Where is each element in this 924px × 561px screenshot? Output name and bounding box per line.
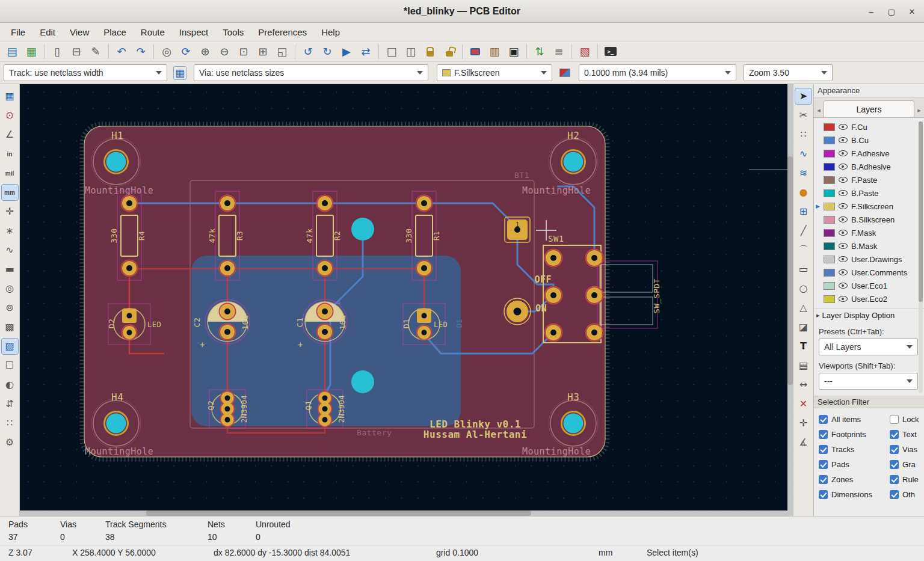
via-size-select[interactable]: Via: use netclass sizes	[194, 64, 428, 81]
zoom-fit-button[interactable]: ⊡	[235, 43, 253, 60]
checkbox-icon[interactable]	[819, 460, 828, 469]
canvas-vertical-scrollbar[interactable]	[787, 84, 793, 510]
units-mils-button[interactable]: mil	[2, 165, 18, 181]
panel-scrollbar[interactable]	[919, 121, 923, 393]
layer-row-fmask[interactable]: F.Mask	[814, 226, 924, 239]
rotate-ccw-button[interactable]: ↺	[299, 43, 317, 60]
layer-row-bmask[interactable]: B.Mask	[814, 239, 924, 253]
layer-color-swatch[interactable]	[824, 123, 835, 131]
add-via-button[interactable]: ●	[795, 185, 812, 200]
grid-dots-button[interactable]: ∷	[2, 415, 18, 431]
ungroup-button[interactable]: ◫	[402, 43, 420, 60]
layer-color-swatch[interactable]	[824, 282, 835, 290]
active-layer-select[interactable]: F.Silkscreen	[437, 64, 552, 81]
layer-color-swatch[interactable]	[824, 189, 835, 197]
layer-display-options-expander[interactable]: Layer Display Option	[814, 308, 924, 322]
tab-scroll-right-icon[interactable]: ▸	[914, 103, 924, 117]
footprint-browser-button[interactable]: ▥	[485, 43, 504, 60]
pcb-canvas[interactable]: BT1 BT1 Battery	[20, 84, 793, 516]
add-dimension-button[interactable]: ↔	[795, 377, 812, 393]
menu-tools[interactable]: Tools	[215, 25, 251, 40]
canvas-horizontal-scrollbar[interactable]	[20, 510, 793, 516]
filter-all-items[interactable]: All items	[819, 412, 890, 427]
draw-rect-button[interactable]: ▭	[795, 262, 812, 277]
plot-button[interactable]: ✎	[87, 43, 105, 60]
filter-pads[interactable]: Pads	[819, 457, 890, 472]
zoom-selection-button[interactable]: ◱	[273, 43, 291, 60]
menu-view[interactable]: View	[63, 25, 96, 40]
checkbox-icon[interactable]	[819, 430, 828, 439]
set-origin-button[interactable]: ✛	[795, 415, 812, 431]
visibility-eye-icon[interactable]	[839, 124, 848, 130]
scrollbar-thumb[interactable]	[146, 510, 531, 516]
visibility-eye-icon[interactable]	[839, 177, 848, 183]
update-pcb-button[interactable]: ⇅	[531, 43, 549, 60]
board-setup-button[interactable]: ▦	[22, 43, 40, 60]
checkbox-icon[interactable]	[819, 415, 828, 424]
layer-row-fcu[interactable]: F.Cu	[814, 120, 924, 133]
measure-tool-button[interactable]: ∡	[795, 435, 812, 450]
visibility-eye-icon[interactable]	[839, 243, 848, 249]
viewports-select[interactable]: ---	[819, 373, 918, 390]
visibility-eye-icon[interactable]	[839, 256, 848, 262]
redo-button[interactable]: ↷	[132, 43, 150, 60]
track-width-select[interactable]: Track: use netclass width	[4, 64, 167, 81]
checkbox-icon[interactable]	[890, 460, 899, 469]
filter-footprints[interactable]: Footprints	[819, 427, 890, 442]
layer-row-userdrawings[interactable]: User.Drawings	[814, 253, 924, 266]
layer-color-swatch[interactable]	[824, 269, 835, 277]
curved-ratsnest-button[interactable]: ∿	[2, 242, 18, 258]
refresh-button[interactable]: ⟳	[177, 43, 195, 60]
visibility-eye-icon[interactable]	[839, 216, 848, 222]
rotate-cw-button[interactable]: ↻	[318, 43, 336, 60]
3d-viewer-button[interactable]: ▣	[505, 43, 523, 60]
layer-color-swatch[interactable]	[824, 242, 835, 250]
checkbox-icon[interactable]	[819, 475, 828, 484]
checkbox-icon[interactable]	[890, 445, 899, 454]
tab-layers[interactable]: Layers	[824, 100, 914, 117]
layer-row-fpaste[interactable]: F.Paste	[814, 173, 924, 186]
route-diff-pairs-button[interactable]: ≋	[795, 165, 812, 181]
minimize-button[interactable]: –	[864, 4, 878, 19]
group-button[interactable]: □	[383, 43, 401, 60]
zoom-in-button[interactable]: ⊕	[196, 43, 214, 60]
layer-color-swatch[interactable]	[824, 229, 835, 237]
layer-color-swatch[interactable]	[824, 176, 835, 184]
presets-select[interactable]: All Layers	[819, 339, 918, 355]
auto-track-width-button[interactable]: ▦	[171, 64, 189, 81]
unlock-button[interactable]	[440, 43, 458, 60]
draw-line-button[interactable]: ╱	[795, 223, 812, 239]
units-inches-button[interactable]: in	[2, 146, 18, 162]
scripting-console-button[interactable]: >_	[602, 43, 620, 60]
checkbox-icon[interactable]	[890, 475, 899, 484]
ratsnest-visibility-button[interactable]: ∗	[2, 223, 18, 239]
zoom-objects-button[interactable]: ⊞	[254, 43, 272, 60]
layer-row-fsilkscreen[interactable]: F.Silkscreen	[814, 200, 924, 213]
close-button[interactable]: ✕	[905, 4, 919, 19]
layer-row-badhesive[interactable]: B.Adhesive	[814, 160, 924, 173]
pcb-drawing[interactable]: BT1 BT1 Battery	[20, 84, 793, 516]
add-textbox-button[interactable]: ▤	[795, 358, 812, 373]
flip-board-button[interactable]: ▶	[337, 43, 356, 60]
zone-outline-button[interactable]: ▨	[2, 339, 18, 354]
layer-row-bcu[interactable]: B.Cu	[814, 133, 924, 147]
mirror-button[interactable]: ⇄	[357, 43, 375, 60]
maximize-button[interactable]: ▢	[884, 4, 899, 19]
layer-row-bsilkscreen[interactable]: B.Silkscreen	[814, 213, 924, 226]
polar-coords-button[interactable]: ∠	[2, 127, 18, 143]
select-tool-button[interactable]: ➤	[795, 88, 812, 104]
add-image-button[interactable]: ◪	[795, 319, 812, 335]
visibility-eye-icon[interactable]	[839, 164, 848, 170]
menu-help[interactable]: Help	[314, 25, 347, 40]
layer-row-usereco1[interactable]: User.Eco1	[814, 279, 924, 292]
menu-place[interactable]: Place	[96, 25, 134, 40]
layer-row-fadhesive[interactable]: F.Adhesive	[814, 147, 924, 160]
checkbox-icon[interactable]	[890, 430, 899, 439]
zone-hidden-button[interactable]: ☐	[2, 358, 18, 373]
menu-preferences[interactable]: Preferences	[251, 25, 314, 40]
delete-tool-button[interactable]: ✕	[795, 396, 812, 412]
layer-pair-button[interactable]	[556, 64, 574, 81]
filter-dimensions[interactable]: Dimensions	[819, 487, 890, 502]
layer-color-swatch[interactable]	[824, 203, 835, 210]
checkbox-icon[interactable]	[819, 490, 828, 499]
